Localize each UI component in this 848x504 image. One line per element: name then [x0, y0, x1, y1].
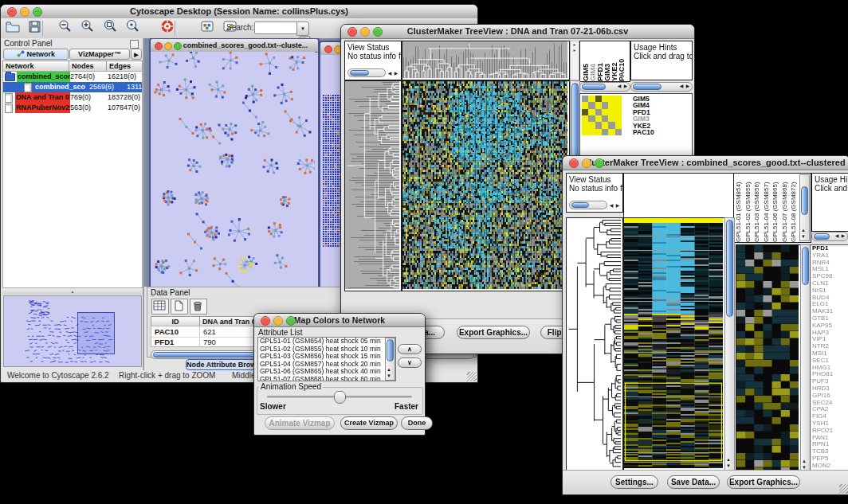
attribute-list[interactable]: GPL51-01 (GSM854) heat shock 05 minGPL51… [257, 337, 396, 381]
tv2-heatmap[interactable] [623, 217, 725, 471]
tv1-zoom-cell[interactable] [588, 115, 595, 122]
zoom-in-icon[interactable] [79, 18, 96, 34]
tv1-zoom-cell[interactable] [602, 102, 608, 108]
tv1-heatmap-canvas[interactable] [402, 81, 567, 289]
tv1-hints-hscrollbar[interactable]: ◀ ▶ [630, 82, 693, 92]
tv1-status-hscrollbar[interactable] [347, 68, 386, 77]
zoom-button[interactable] [595, 158, 604, 168]
tv1-zoom-cell[interactable] [602, 129, 608, 135]
scroll-down-icon[interactable]: ▼ [800, 234, 807, 240]
scrollbar-thumb[interactable] [582, 84, 606, 90]
tv1-zoom-cell[interactable] [595, 109, 602, 115]
tv1-column-dendrogram[interactable] [402, 41, 570, 80]
tv2-column-dendrogram[interactable] [623, 173, 734, 218]
tv1-zoom-cell[interactable] [615, 115, 622, 122]
tv1-zoom-cell[interactable] [602, 115, 608, 122]
scroll-right-icon[interactable]: ▶ [685, 84, 691, 89]
scroll-down-icon[interactable]: ▼ [725, 463, 732, 469]
delete-attribute-icon[interactable] [190, 299, 207, 315]
scroll-up-icon[interactable]: ▲ [800, 228, 807, 233]
zoom-button[interactable] [33, 7, 42, 17]
tv1-zoom-matrix[interactable] [582, 96, 622, 135]
zoom-fit-icon[interactable] [102, 18, 120, 34]
tv1-zoom-cell[interactable] [608, 129, 614, 135]
network-view-1-titlebar[interactable]: combined_scores_good.txt--cluste... [151, 39, 318, 53]
tv1-export-graphics-button[interactable]: Export Graphics... [457, 326, 530, 339]
tv1-zoom-cell[interactable] [615, 109, 622, 115]
tv1-zoom-cell[interactable] [595, 102, 602, 108]
scroll-up-icon[interactable]: ▲ [801, 459, 807, 464]
tv1-zoom-cell[interactable] [608, 96, 614, 102]
close-button[interactable] [261, 316, 270, 326]
tv2-row-label[interactable]: MON2 [812, 463, 848, 470]
scroll-left-icon[interactable]: ◀ [834, 233, 840, 239]
tv1-zoom-cell[interactable] [588, 122, 595, 128]
tv1-labels-hscrollbar[interactable]: ◀ ▶ [579, 82, 630, 92]
open-session-button[interactable] [4, 18, 22, 34]
nodes-col-header[interactable]: Nodes [69, 61, 107, 72]
search-input[interactable] [254, 21, 297, 34]
tv2-column-label[interactable]: GPL51-07 (GSM868) [781, 177, 791, 242]
tab-network[interactable]: Network [3, 49, 69, 60]
close-button[interactable] [569, 158, 579, 168]
tv1-zoom-cell[interactable] [595, 115, 602, 122]
tv1-column-label[interactable]: GIM5 [582, 45, 589, 81]
tv2-export-graphics-button[interactable]: Export Graphics... [727, 475, 800, 489]
tv1-zoom-cell[interactable] [615, 96, 622, 102]
attribute-list-item[interactable]: GPL51-02 (GSM855) heat shock 10 min [258, 346, 395, 354]
move-down-button[interactable]: ∨ [398, 357, 422, 368]
minimize-button[interactable] [20, 7, 29, 17]
scrollbar-thumb[interactable] [633, 84, 662, 90]
float-panel-icon[interactable] [130, 40, 139, 49]
scrollbar-thumb[interactable] [350, 70, 369, 76]
tv1-zoom-cell[interactable] [602, 96, 608, 102]
zoom-button[interactable] [373, 27, 383, 37]
tv1-zoom-label[interactable]: PAC10 [633, 129, 654, 135]
edges-col-header[interactable]: Edges [106, 61, 143, 72]
treeview2-titlebar[interactable]: ClusterMaker TreeView : combined_scores_… [563, 156, 848, 170]
scrollbar-thumb[interactable] [387, 339, 394, 361]
scroll-left-icon[interactable]: ◀ [387, 71, 393, 76]
scroll-up-icon[interactable]: ▲ [386, 367, 392, 373]
attribute-list-vscrollbar[interactable]: ▲ ▼ [385, 338, 395, 381]
tv1-zoom-cell[interactable] [582, 109, 588, 115]
tv1-column-dendrogram-canvas[interactable] [402, 41, 567, 78]
tv2-column-label[interactable]: GPL51-02 (GSM855) [744, 177, 754, 242]
network-view-window-1[interactable]: combined_scores_good.txt--cluste... [149, 38, 320, 287]
network-overview[interactable] [3, 295, 142, 367]
zoom-selected-icon[interactable] [124, 18, 142, 34]
tv1-zoom-cell[interactable] [588, 102, 595, 108]
tv1-zoom-cell[interactable] [582, 96, 588, 102]
tv1-zoom-cell[interactable] [615, 129, 622, 135]
tv2-column-label[interactable]: GPL51-03 (GSM856) [753, 177, 763, 242]
tv2-heatmap-canvas[interactable] [624, 218, 723, 468]
tv1-zoom-cell[interactable] [588, 109, 595, 115]
resize-grip[interactable] [467, 372, 477, 381]
tv2-row-dendrogram-canvas[interactable] [567, 218, 621, 468]
tv2-row-dendrogram[interactable] [566, 217, 623, 471]
tv1-column-label[interactable]: PAC10 [618, 45, 625, 81]
tv1-zoom-cell[interactable] [582, 129, 588, 135]
tv1-zoom-cell[interactable] [608, 102, 614, 108]
tv1-zoom-cell[interactable] [608, 109, 614, 115]
zoom-out-icon[interactable] [57, 18, 74, 34]
tv1-zoom-cell[interactable] [582, 102, 588, 108]
main-titlebar[interactable]: Cytoscape Desktop (Session Name: collins… [1, 5, 477, 19]
minimize-button[interactable] [582, 158, 591, 168]
scroll-right-icon[interactable]: ▶ [622, 84, 629, 89]
tv2-labels-vscrollbar[interactable]: ▲ ▼ [799, 174, 810, 241]
search-dropdown-button[interactable]: ▼ [296, 21, 309, 36]
dialog-titlebar[interactable]: Map Colors to Network [254, 314, 425, 327]
scrollbar-thumb[interactable] [802, 247, 809, 285]
table-mode-icon[interactable] [151, 299, 169, 315]
tv1-zoom-cell[interactable] [582, 115, 588, 122]
close-button[interactable] [155, 42, 163, 50]
zoom-button[interactable] [174, 42, 182, 50]
close-button[interactable] [324, 45, 332, 53]
tab-overflow-button[interactable]: ▶ [131, 49, 142, 60]
attribute-list-item[interactable]: GPL51-04 (GSM857) heat shock 20 min [258, 361, 395, 369]
tv2-column-label[interactable]: GPL51-01 (GSM854) [735, 177, 744, 242]
network-row[interactable]: DNA and Tran 07769(0)183728(0) [3, 92, 142, 103]
scrollbar-thumb[interactable] [571, 202, 589, 208]
scrollbar-thumb[interactable] [814, 233, 830, 240]
